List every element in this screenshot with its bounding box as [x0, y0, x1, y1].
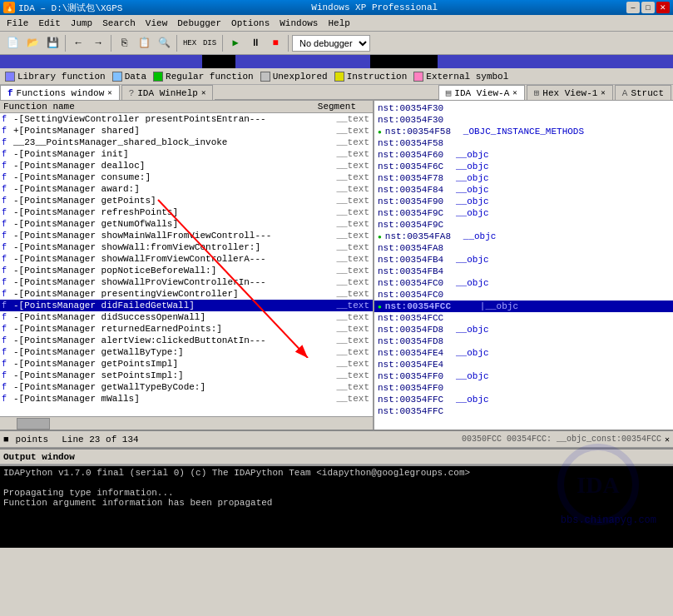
- menu-file[interactable]: File: [2, 17, 33, 30]
- tab-ida-view-a[interactable]: ▤ IDA View-A ✕: [438, 85, 525, 100]
- fn-icon: f: [0, 150, 12, 159]
- ida-row-highlighted[interactable]: ● nst:00354FCC | __objc: [374, 301, 673, 312]
- fn-icon: f: [0, 360, 12, 369]
- ida-addr: nst:00354F90: [378, 196, 453, 206]
- menu-view[interactable]: View: [141, 17, 172, 30]
- fn-seg: __text: [306, 289, 373, 299]
- close-button[interactable]: ✕: [656, 2, 670, 13]
- legend-unexplored-color: [260, 72, 270, 82]
- ida-row: nst:00354FFC__objc: [374, 394, 673, 405]
- tab-winhelp-close[interactable]: ✕: [201, 88, 205, 97]
- list-item[interactable]: f -[PointsManager getPoints] __text: [0, 195, 373, 206]
- pause-icon[interactable]: ⏸: [246, 34, 265, 52]
- minimize-button[interactable]: –: [626, 2, 640, 13]
- functions-col-headers: Function name Segment: [0, 101, 373, 113]
- ida-addr: nst:00354FCC: [378, 313, 453, 323]
- list-item[interactable]: f -[PointsManager showWallFromViewContro…: [0, 253, 373, 265]
- tab-idaview-label: IDA View-A: [454, 88, 509, 98]
- tab-hex-view[interactable]: ⊞ Hex View-1 ✕: [527, 85, 613, 100]
- list-item[interactable]: f -[PointsManager showWallProViewControl…: [0, 276, 373, 288]
- list-item[interactable]: f -[PointsManager getPointsImpl] __text: [0, 358, 373, 370]
- tab-idaview-close[interactable]: ✕: [512, 88, 517, 97]
- menu-search[interactable]: Search: [97, 17, 141, 30]
- fn-name: -[PointsManager alertView:clickedButtonA…: [12, 335, 306, 345]
- ida-content[interactable]: nst:00354F30 nst:00354F30 ● nst:00354F58…: [374, 101, 673, 430]
- main-tab-row: f Functions window ✕ ? IDA WinHelp ✕ ▤ I…: [0, 85, 673, 101]
- debugger-select[interactable]: No debugger: [292, 35, 370, 52]
- back-icon[interactable]: ←: [69, 34, 87, 52]
- tab-ida-winhelp[interactable]: ? IDA WinHelp ✕: [121, 85, 214, 100]
- menu-help[interactable]: Help: [323, 17, 354, 30]
- list-item[interactable]: f -[PointsManager returnedEarnedPoints:]…: [0, 323, 373, 335]
- list-item[interactable]: f -[PointsManager getNumOfWalls] __text: [0, 218, 373, 230]
- ida-objc: __objc: [456, 255, 489, 265]
- list-item[interactable]: f -[SettingViewController presentPointsE…: [0, 113, 373, 125]
- list-item[interactable]: f -[PointsManager mWalls] __text: [0, 393, 373, 405]
- ida-addr: nst:00354F6C: [378, 161, 453, 171]
- tab-functions-window[interactable]: f Functions window ✕: [0, 85, 120, 100]
- menu-debugger[interactable]: Debugger: [172, 17, 226, 30]
- fn-seg: __text: [306, 242, 373, 252]
- list-item[interactable]: f -[PointsManager popNoticeBeforeWall:] …: [0, 265, 373, 276]
- fn-icon: f: [0, 325, 12, 334]
- output-line-4: Function argument information has been p…: [3, 498, 670, 508]
- list-item-selected[interactable]: f -[PointsManager didFailedGetWall] __te…: [0, 300, 373, 311]
- ida-addr: nst:00354FE4: [378, 360, 453, 370]
- new-icon[interactable]: 📄: [3, 34, 22, 52]
- functions-hscroll[interactable]: [0, 416, 373, 430]
- tab-struct[interactable]: A Struct: [615, 85, 671, 100]
- list-item[interactable]: f -[PointsManager refreshPoints] __text: [0, 206, 373, 218]
- line-info: Line 23 of 134: [62, 435, 138, 445]
- ida-addr: nst:00354F9C: [378, 220, 453, 230]
- save-icon[interactable]: 💾: [43, 34, 62, 52]
- forward-icon[interactable]: →: [89, 34, 107, 52]
- list-item[interactable]: f -[PointsManager presentingViewControll…: [0, 288, 373, 300]
- stop-icon[interactable]: ■: [266, 34, 285, 52]
- list-item[interactable]: f -[PointsManager consume:] __text: [0, 171, 373, 183]
- close-bar[interactable]: ✕: [665, 435, 670, 445]
- list-item[interactable]: f -[PointsManager award:] __text: [0, 183, 373, 195]
- legend-regular: Regular function: [153, 72, 254, 82]
- fn-seg: __text: [306, 335, 373, 345]
- list-item[interactable]: f +[PointsManager shared] __text: [0, 125, 373, 137]
- fn-icon: f: [0, 161, 12, 171]
- find-icon[interactable]: 🔍: [155, 34, 173, 52]
- list-item[interactable]: f -[PointsManager setPointsImpl:] __text: [0, 370, 373, 381]
- ida-row: nst:00354FC0: [374, 289, 673, 301]
- fn-name: -[PointsManager returnedEarnedPoints:]: [12, 324, 306, 334]
- run-icon[interactable]: ▶: [226, 34, 245, 52]
- hex-icon[interactable]: HEX: [181, 34, 199, 52]
- list-item[interactable]: f -[PointsManager getWallByType:] __text: [0, 346, 373, 358]
- app-icon: 🔥: [3, 2, 15, 13]
- list-item[interactable]: f -[PointsManager didSuccessOpenWall] __…: [0, 311, 373, 323]
- list-item[interactable]: f -[PointsManager getWallTypeByCode:] __…: [0, 381, 373, 393]
- ida-objc: __objc: [456, 185, 489, 195]
- menu-jump[interactable]: Jump: [66, 17, 97, 30]
- ida-addr: nst:00354FC0: [378, 290, 453, 300]
- fn-seg: __text: [306, 184, 373, 194]
- ida-addr: nst:00354FCC: [385, 301, 460, 311]
- menu-options[interactable]: Options: [226, 17, 275, 30]
- copy-icon[interactable]: ⎘: [115, 34, 133, 52]
- menu-windows[interactable]: Windows: [275, 17, 323, 30]
- tab-functions-close[interactable]: ✕: [107, 88, 111, 97]
- maximize-button[interactable]: □: [641, 2, 655, 13]
- list-item[interactable]: f -[PointsManager showWall:fromViewContr…: [0, 241, 373, 253]
- paste-icon[interactable]: 📋: [135, 34, 153, 52]
- ida-addr: nst:00354FFC: [378, 395, 453, 405]
- functions-panel: Function name Segment f -[SettingViewCon…: [0, 101, 374, 430]
- function-list[interactable]: f -[SettingViewController presentPointsE…: [0, 113, 373, 416]
- fn-name: -[PointsManager presentingViewController…: [12, 289, 306, 299]
- output-panel[interactable]: IDAPython v1.7.0 final (serial 0) (c) Th…: [0, 464, 673, 548]
- list-item[interactable]: f -[PointsManager dealloc] __text: [0, 160, 373, 171]
- tab-hexview-close[interactable]: ✕: [601, 88, 605, 97]
- list-item[interactable]: f -[PointsManager alertView:clickedButto…: [0, 335, 373, 346]
- open-icon[interactable]: 📂: [23, 34, 42, 52]
- menu-edit[interactable]: Edit: [33, 17, 65, 30]
- list-item[interactable]: f -[PointsManager init] __text: [0, 148, 373, 160]
- hscroll-thumb[interactable]: [17, 418, 50, 430]
- fn-seg: __text: [306, 231, 373, 241]
- list-item[interactable]: f -[PointsManager showMainWallFromViewCo…: [0, 230, 373, 241]
- disasm-icon[interactable]: DIS: [200, 34, 219, 52]
- list-item[interactable]: f __23__PointsManager_shared_block_invok…: [0, 137, 373, 148]
